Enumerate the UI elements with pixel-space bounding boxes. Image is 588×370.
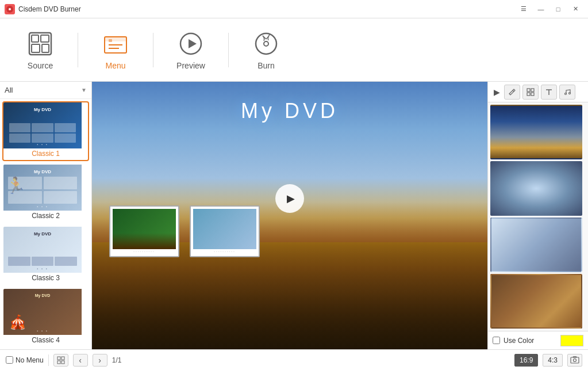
expand-button[interactable]: ▶ xyxy=(491,85,502,100)
svg-rect-3 xyxy=(32,35,39,42)
svg-marker-13 xyxy=(189,39,197,48)
preview-icon xyxy=(177,30,205,58)
background-list xyxy=(488,102,588,331)
svg-rect-5 xyxy=(32,44,40,52)
svg-rect-4 xyxy=(41,35,49,42)
sep-3 xyxy=(228,33,229,67)
template-item-classic3[interactable]: My DVD • • • Classic 3 xyxy=(2,226,89,285)
toolbar-preview[interactable]: Preview xyxy=(156,21,225,79)
svg-point-23 xyxy=(569,92,571,94)
svg-rect-27 xyxy=(62,361,64,364)
color-swatch[interactable] xyxy=(560,335,583,346)
svg-point-15 xyxy=(264,41,268,46)
left-panel: All ▼ My DVD • • • Clas xyxy=(0,82,92,349)
use-color-label: Use Color xyxy=(504,337,534,345)
template-grid-1 xyxy=(9,123,76,143)
grid-cell xyxy=(55,133,76,143)
toolbar: Source Menu Preview xyxy=(0,18,588,82)
page-info: 1/1 xyxy=(112,356,122,364)
source-icon xyxy=(26,30,54,58)
source-label: Source xyxy=(28,61,53,70)
template-list: My DVD • • • Classic 1 My DVD xyxy=(0,99,91,349)
preview-label: Preview xyxy=(176,61,205,70)
toolbar-burn[interactable]: Burn xyxy=(232,21,301,79)
template-mini-title-1: My DVD xyxy=(3,107,82,112)
background-edit-button[interactable] xyxy=(504,85,520,100)
grid-cell xyxy=(9,133,30,143)
burn-label: Burn xyxy=(258,61,275,70)
template-label-classic1: Classic 1 xyxy=(3,148,88,160)
background-grid-button[interactable] xyxy=(522,85,539,100)
burn-icon xyxy=(252,30,280,58)
svg-rect-16 xyxy=(527,89,530,91)
no-menu-checkbox[interactable] xyxy=(6,356,13,364)
template-dots-3: • • • xyxy=(3,267,82,270)
template-item-classic4[interactable]: My DVD 🎪 • • • Classic 4 xyxy=(2,288,89,348)
play-button[interactable] xyxy=(275,184,304,213)
bb-sep-1 xyxy=(48,354,49,366)
bg-thumb-snow[interactable] xyxy=(490,218,582,272)
next-button[interactable]: › xyxy=(93,354,107,367)
window-controls: ☰ — □ ✕ xyxy=(516,3,583,16)
background-text-button[interactable] xyxy=(541,85,557,100)
template-thumb-classic3: My DVD • • • xyxy=(3,227,82,273)
main-area: All ▼ My DVD • • • Clas xyxy=(0,82,588,349)
template-item-classic1[interactable]: My DVD • • • Classic 1 xyxy=(2,101,89,161)
template-dots-2: • • • xyxy=(3,205,82,208)
preview-thumb-2: ◦◦◦◦◦◦◦◦◦◦ xyxy=(190,205,260,257)
svg-point-22 xyxy=(565,93,567,94)
use-color-checkbox[interactable] xyxy=(493,337,500,344)
grid-3 xyxy=(8,257,77,266)
prev-button[interactable]: ‹ xyxy=(73,354,88,367)
bg-thumb-city[interactable] xyxy=(490,105,582,159)
svg-rect-17 xyxy=(531,89,534,91)
template-thumb-classic2: My DVD • • • 🏃 xyxy=(3,165,82,211)
template-label-classic4: Classic 4 xyxy=(3,335,88,346)
preview-thumb-dots-2: ◦◦◦◦◦◦◦◦◦◦ xyxy=(193,249,256,254)
sep-1 xyxy=(78,33,78,67)
maximize-button[interactable]: □ xyxy=(550,3,566,16)
svg-rect-26 xyxy=(57,361,60,364)
background-music-button[interactable] xyxy=(559,85,575,100)
toolbar-source[interactable]: Source xyxy=(6,21,75,79)
aspect-16-9-button[interactable]: 16:9 xyxy=(514,354,538,367)
preview-thumb-dots-1: ◦◦◦◦◦◦◦◦◦◦ xyxy=(113,249,176,254)
filter-bar[interactable]: All ▼ xyxy=(0,82,91,99)
svg-rect-24 xyxy=(57,357,60,360)
svg-point-29 xyxy=(574,358,577,361)
bottom-bar: No Menu ‹ › 1/1 16:9 4:3 xyxy=(0,349,588,370)
menu-icon xyxy=(102,30,129,58)
menu-button[interactable]: ☰ xyxy=(516,3,532,16)
template-item-classic2[interactable]: My DVD • • • 🏃 Classic 2 xyxy=(2,163,89,223)
close-button[interactable]: ✕ xyxy=(567,3,583,16)
grid-cell xyxy=(55,123,76,132)
svg-rect-18 xyxy=(527,93,530,96)
figure-2: 🏃 xyxy=(6,176,26,195)
svg-rect-6 xyxy=(42,44,49,52)
template-label-classic2: Classic 2 xyxy=(3,211,88,222)
svg-point-14 xyxy=(256,33,276,54)
svg-rect-28 xyxy=(571,357,579,363)
template-dots-1: • • • xyxy=(3,143,82,146)
aspect-4-3-button[interactable]: 4:3 xyxy=(543,354,563,367)
template-label-classic3: Classic 3 xyxy=(3,273,88,284)
grid-cell xyxy=(32,133,53,143)
mini-title-3: My DVD xyxy=(3,231,82,237)
center-preview: My DVD ◦◦◦◦◦◦◦◦◦◦ ◦◦◦◦◦◦◦◦◦◦ xyxy=(92,82,487,349)
app-title: Cisdem DVD Burner xyxy=(18,5,516,13)
pt1-background xyxy=(113,209,176,249)
preview-thumb-1: ◦◦◦◦◦◦◦◦◦◦ xyxy=(109,205,179,257)
preview-background: My DVD ◦◦◦◦◦◦◦◦◦◦ ◦◦◦◦◦◦◦◦◦◦ xyxy=(92,82,487,349)
minimize-button[interactable]: — xyxy=(533,3,549,16)
screenshot-button[interactable] xyxy=(567,354,582,367)
menu-label: Menu xyxy=(105,61,125,70)
filter-label: All xyxy=(5,86,81,94)
bg-thumb-smoke[interactable] xyxy=(490,161,582,216)
preview-thumb-inner-2 xyxy=(193,209,256,249)
no-menu-label: No Menu xyxy=(16,356,44,364)
pt2-background xyxy=(193,209,256,249)
grid-view-button[interactable] xyxy=(53,354,68,367)
bg-thumb-wood[interactable] xyxy=(490,274,582,329)
toolbar-menu[interactable]: Menu xyxy=(81,21,150,79)
sep-2 xyxy=(153,33,153,67)
